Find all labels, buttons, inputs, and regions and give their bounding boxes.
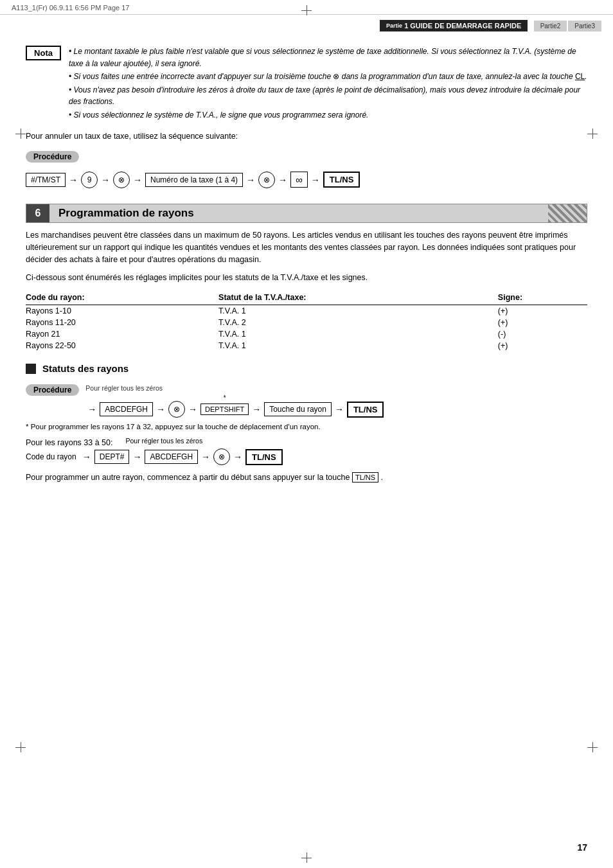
- nav-tabs: Partie 1 GUIDE DE DEMARRAGE RAPIDE › Par…: [0, 15, 613, 31]
- nota-list: Le montant taxable le plus faible n'est …: [69, 46, 587, 121]
- nav-guide-title: GUIDE DE DEMARRAGE RAPIDE: [410, 22, 521, 30]
- table-col2-header: Statut de la T.V.A./taxe:: [218, 292, 498, 305]
- nav-tab-partie1[interactable]: Partie 1 GUIDE DE DEMARRAGE RAPIDE: [380, 20, 528, 31]
- statuts-title: Statuts des rayons: [42, 363, 129, 374]
- flow-arrow-1: →: [69, 175, 78, 185]
- nav-partie1-number: 1: [404, 22, 408, 30]
- flow-xcircle-2: ⊗: [213, 448, 230, 465]
- rayon-table: Code du rayon: Statut de la T.V.A./taxe:…: [26, 292, 587, 351]
- code-rayon-row: Code du rayon → DEPT# → ABCDEFGH → ⊗ → T…: [26, 448, 587, 465]
- crosshair-left-bottom: [15, 742, 26, 752]
- nota-item-1: Le montant taxable le plus faible n'est …: [69, 46, 587, 69]
- section-stripe: [548, 204, 587, 222]
- crosshair-top-center: [301, 5, 312, 15]
- table-cell-4-3: (+): [498, 340, 587, 351]
- intro-text: Pour annuler un taux de taxe, utilisez l…: [26, 132, 587, 141]
- flow-tlns-statuts: TL/NS: [347, 402, 384, 418]
- table-cell-4-2: T.V.A. 1: [218, 340, 498, 351]
- flow-arrow-statuts-1: →: [87, 404, 96, 414]
- flow-arrow-statuts-5: →: [335, 404, 344, 414]
- flow-abcdefgh-2: ABCDEFGH: [145, 450, 198, 464]
- main-content: Nota Le montant taxable le plus faible n…: [0, 31, 613, 495]
- crosshair-left-top: [15, 128, 26, 139]
- flow-arrow-statuts-4: →: [252, 404, 261, 414]
- flow-diagram-1: #/TM/ST → 9 → ⊗ → Numéro de la taxe (1 à…: [26, 172, 587, 188]
- flow-arrow-statuts-3: →: [188, 404, 197, 414]
- crosshair-bottom-center: [301, 853, 312, 863]
- table-col3-header: Signe:: [498, 292, 587, 305]
- flow-arrow-3: →: [133, 175, 142, 185]
- flow-box-numero: Numéro de la taxe (1 à 4): [145, 173, 243, 187]
- flow-xcircle-1: ⊗: [113, 172, 130, 188]
- table-cell-1-2: T.V.A. 1: [218, 305, 498, 317]
- nav-tab-partie3[interactable]: Partie3: [568, 21, 601, 31]
- table-row: Rayons 1-10 T.V.A. 1 (+): [26, 305, 587, 317]
- pour-les-rayons-label: Pour les rayons 33 à 50:: [26, 437, 113, 447]
- flow-abcdefgh-1: ABCDEFGH: [100, 402, 153, 416]
- table-cell-4-1: Rayons 22-50: [26, 340, 218, 351]
- flow-xcircle-2: ⊗: [258, 172, 275, 188]
- nav-partie1-label: Partie: [386, 22, 402, 29]
- nav-partie3-label: Partie3: [574, 22, 595, 30]
- page-number: 17: [577, 842, 587, 853]
- section6-body1: Les marchandises peuvent être classées d…: [26, 229, 587, 267]
- note-star-text: * Pour programmer les rayons 17 à 32, ap…: [26, 423, 587, 430]
- nota-item-2: Si vous faites une entrée incorrecte ava…: [69, 71, 587, 83]
- nota-box: Nota Le montant taxable le plus faible n…: [26, 46, 587, 123]
- procedure-label-2: Procédure: [26, 384, 79, 396]
- flow-arrow-statuts-2: →: [156, 404, 165, 414]
- flow-deptshift: DEPTSHIFT: [200, 403, 249, 415]
- procedure-section-2: Procédure Pour régler tous les zéros → A…: [26, 384, 587, 465]
- table-cell-2-3: (+): [498, 317, 587, 328]
- table-col1-header: Code du rayon:: [26, 292, 218, 305]
- tlns-inline: TL/NS: [352, 472, 378, 483]
- flow-arrow-6: →: [311, 175, 320, 185]
- table-row: Rayons 11-20 T.V.A. 2 (+): [26, 317, 587, 328]
- flow-touche-rayon: Touche du rayon: [264, 402, 332, 416]
- pour-regler-zeros-label: Pour régler tous les zéros: [126, 437, 203, 445]
- flow-arrow-abc: →: [201, 452, 210, 462]
- header-left-text: A113_1(Fr) 06.9.11 6:56 PM Page 17: [12, 4, 129, 12]
- crosshair-right-top: [587, 128, 598, 139]
- statuts-header: Statuts des rayons: [26, 363, 587, 374]
- section6-body2: Ci-dessous sont énumérés les réglages im…: [26, 272, 587, 284]
- table-cell-3-1: Rayon 21: [26, 328, 218, 340]
- code-rayon-label: Code du rayon: [26, 452, 76, 461]
- crosshair-right-bottom: [587, 742, 598, 752]
- flow-box-tmst: #/TM/ST: [26, 173, 66, 187]
- flow-arrow-dept: →: [132, 452, 141, 462]
- flow-arrow-x2: →: [233, 452, 242, 462]
- flow-tlns-2: TL/NS: [245, 449, 283, 465]
- procedure-section-1: Procédure #/TM/ST → 9 → ⊗ → Numéro de la…: [26, 151, 587, 188]
- table-cell-2-1: Rayons 11-20: [26, 317, 218, 328]
- sub-section-icon: [26, 364, 36, 374]
- bottom-text: Pour programmer un autre rayon, commence…: [26, 473, 587, 482]
- section-title: Programmation de rayons: [49, 204, 548, 222]
- deptshift-star: *: [224, 394, 226, 402]
- flow-xcircle-statuts-1: ⊗: [168, 401, 185, 418]
- flow-dept-hash: DEPT#: [94, 450, 130, 464]
- nota-label: Nota: [26, 46, 61, 60]
- section-6-header: 6 Programmation de rayons: [26, 204, 587, 223]
- nota-item-4: Si vous sélectionnez le système de T.V.A…: [69, 109, 587, 121]
- flow-infinity: ∞: [290, 172, 308, 188]
- flow-arrow-2: →: [101, 175, 110, 185]
- section-number: 6: [26, 204, 49, 222]
- nota-content: Le montant taxable le plus faible n'est …: [69, 46, 587, 123]
- pour-les-rayons-header: Pour les rayons 33 à 50: Pour régler tou…: [26, 437, 587, 447]
- procedure-label-1: Procédure: [26, 151, 79, 163]
- nota-item-3: Vous n'avez pas besoin d'introduire les …: [69, 84, 587, 108]
- table-cell-3-2: T.V.A. 1: [218, 328, 498, 340]
- flow-arrow-code: →: [82, 452, 91, 462]
- nav-arrow1: ›: [529, 22, 531, 30]
- flow-arrow-5: →: [278, 175, 287, 185]
- table-cell-2-2: T.V.A. 2: [218, 317, 498, 328]
- table-row: Rayons 22-50 T.V.A. 1 (+): [26, 340, 587, 351]
- nav-tab-partie2[interactable]: Partie2: [534, 21, 567, 31]
- flow-circle-9: 9: [81, 172, 98, 188]
- table-cell-3-3: (-): [498, 328, 587, 340]
- table-cell-1-3: (+): [498, 305, 587, 317]
- label-pour-zeros: Pour régler tous les zéros: [85, 384, 384, 392]
- table-cell-1-1: Rayons 1-10: [26, 305, 218, 317]
- table-row: Rayon 21 T.V.A. 1 (-): [26, 328, 587, 340]
